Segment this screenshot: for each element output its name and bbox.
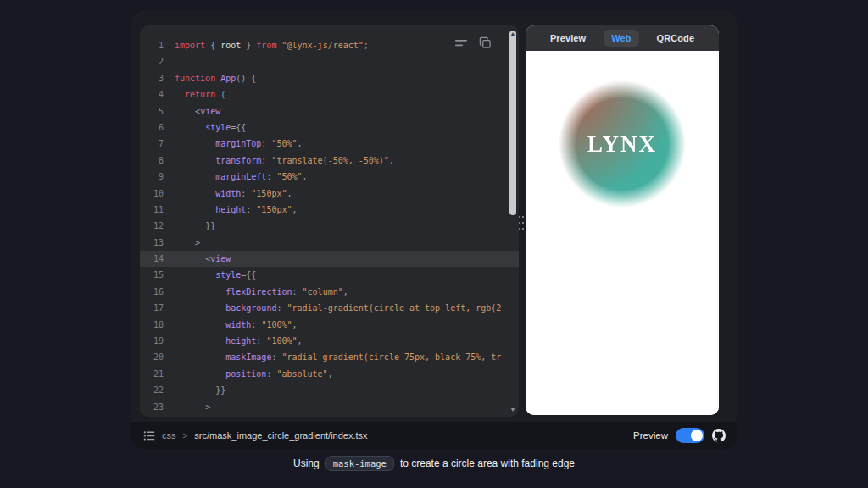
code-line[interactable]: 4 return ( — [140, 86, 519, 103]
line-content: transform: "translate(-50%, -50%)", — [164, 152, 394, 169]
line-number: 21 — [140, 366, 164, 382]
line-content: import { root } from "@lynx-js/react"; — [164, 37, 369, 53]
line-content: marginTop: "50%", — [164, 136, 303, 152]
code-lines: 1import { root } from "@lynx-js/react";2… — [140, 25, 519, 415]
lynx-logo-text: LYNX — [587, 131, 657, 158]
editor-scrollbar[interactable]: ▲ ▼ — [509, 28, 517, 414]
line-number: 11 — [140, 202, 164, 218]
line-number: 13 — [140, 235, 164, 251]
line-number: 10 — [140, 186, 164, 202]
code-line[interactable]: 17 background: "radial-gradient(circle a… — [140, 300, 519, 316]
line-number: 6 — [140, 119, 164, 136]
code-line[interactable]: 13 > — [140, 235, 519, 251]
line-number: 16 — [140, 284, 164, 300]
line-content: > — [164, 235, 200, 251]
tab-web[interactable]: Web — [604, 30, 638, 47]
caption-prefix: Using — [293, 458, 320, 469]
code-line[interactable]: 18 width: "100%", — [140, 317, 519, 333]
line-content: > — [164, 399, 210, 415]
code-line[interactable]: 7 marginTop: "50%", — [140, 136, 519, 152]
line-number: 18 — [140, 317, 164, 333]
preview-toggle-label: Preview — [633, 430, 668, 441]
github-icon[interactable] — [712, 429, 726, 442]
line-number: 15 — [140, 267, 164, 283]
code-line[interactable]: 3function App() { — [140, 70, 519, 86]
preview-toggle[interactable] — [676, 428, 704, 443]
example-caption: Using mask-image to create a circle area… — [0, 456, 868, 471]
line-content: flexDirection: "column", — [164, 284, 348, 300]
line-number: 8 — [140, 152, 164, 169]
line-number: 7 — [140, 136, 164, 152]
line-content: }} — [164, 218, 215, 234]
code-line[interactable]: 15 style={{ — [140, 267, 519, 283]
toggle-knob — [691, 430, 703, 441]
line-content: return ( — [164, 86, 225, 103]
code-line[interactable]: 6 style={{ — [140, 119, 519, 136]
tab-qrcode[interactable]: QRCode — [649, 30, 703, 47]
line-number: 2 — [140, 53, 164, 69]
preview-tabbar: PreviewWebQRCode — [526, 25, 719, 51]
line-number: 3 — [140, 70, 164, 86]
line-number: 14 — [140, 251, 164, 267]
code-line[interactable]: 5 <view — [140, 103, 519, 119]
breadcrumb: css > src/mask_image_circle_gradient/ind… — [143, 430, 368, 441]
line-number: 4 — [140, 86, 164, 103]
scroll-up-icon[interactable]: ▲ — [509, 30, 517, 38]
line-content: width: "100%", — [164, 317, 298, 333]
caption-code-chip: mask-image — [326, 456, 394, 471]
code-editor[interactable]: 1import { root } from "@lynx-js/react";2… — [140, 25, 519, 417]
line-number: 23 — [140, 399, 164, 415]
line-number: 9 — [140, 169, 164, 185]
breadcrumb-root[interactable]: css — [162, 430, 176, 441]
line-number: 22 — [140, 382, 164, 398]
code-line[interactable]: 10 width: "150px", — [140, 186, 519, 202]
format-code-icon[interactable] — [455, 38, 468, 48]
preview-panel: PreviewWebQRCode LYNX — [526, 25, 719, 415]
line-number: 19 — [140, 333, 164, 349]
playground-card: 1import { root } from "@lynx-js/react";2… — [131, 10, 737, 449]
line-content: height: "150px", — [164, 202, 298, 218]
code-line[interactable]: 8 transform: "translate(-50%, -50%)", — [140, 152, 519, 169]
code-line[interactable]: 22 }} — [140, 382, 519, 398]
line-number: 12 — [140, 218, 164, 234]
line-number: 5 — [140, 103, 164, 119]
code-line[interactable]: 19 height: "100%", — [140, 333, 519, 349]
line-content: width: "150px", — [164, 186, 292, 202]
tab-preview[interactable]: Preview — [542, 30, 593, 47]
code-line[interactable]: 12 }} — [140, 218, 519, 234]
breadcrumb-file-path[interactable]: src/mask_image_circle_gradient/index.tsx — [194, 430, 367, 441]
panel-resize-handle[interactable] — [518, 214, 525, 232]
code-line[interactable]: 9 marginLeft: "50%", — [140, 169, 519, 185]
lynx-gradient-circle: LYNX — [559, 80, 686, 208]
line-content — [164, 53, 175, 69]
code-line[interactable]: 16 flexDirection: "column", — [140, 284, 519, 300]
line-number: 1 — [140, 37, 164, 53]
code-line[interactable]: 23 > — [140, 399, 519, 415]
line-content: position: "absolute", — [164, 366, 333, 382]
line-content: function App() { — [164, 70, 256, 86]
line-content: }} — [164, 382, 225, 398]
code-line[interactable]: 2 — [140, 53, 519, 69]
line-content: style={{ — [164, 267, 256, 283]
status-bar: css > src/mask_image_circle_gradient/ind… — [131, 422, 737, 449]
line-content: maskImage: "radial-gradient(circle 75px,… — [164, 349, 501, 365]
preview-content: LYNX — [526, 51, 719, 415]
line-content: style={{ — [164, 119, 246, 136]
copy-code-icon[interactable] — [479, 36, 492, 49]
code-line[interactable]: 21 position: "absolute", — [140, 366, 519, 382]
scroll-down-icon[interactable]: ▼ — [509, 406, 517, 414]
line-content: marginLeft: "50%", — [164, 169, 308, 185]
scrollbar-thumb[interactable] — [509, 30, 516, 215]
breadcrumb-separator-icon: > — [183, 431, 188, 441]
line-content: height: "100%", — [164, 333, 303, 349]
code-line[interactable]: 14 <view — [140, 251, 519, 267]
line-number: 20 — [140, 349, 164, 365]
code-line[interactable]: 11 height: "150px", — [140, 202, 519, 218]
line-number: 17 — [140, 300, 164, 316]
line-content: <view — [164, 251, 231, 267]
line-content: <view — [164, 103, 220, 119]
code-line[interactable]: 20 maskImage: "radial-gradient(circle 75… — [140, 349, 519, 365]
line-content: background: "radial-gradient(circle at t… — [164, 300, 501, 316]
caption-suffix: to create a circle area with fading edge — [400, 458, 575, 469]
file-list-icon[interactable] — [143, 430, 155, 441]
